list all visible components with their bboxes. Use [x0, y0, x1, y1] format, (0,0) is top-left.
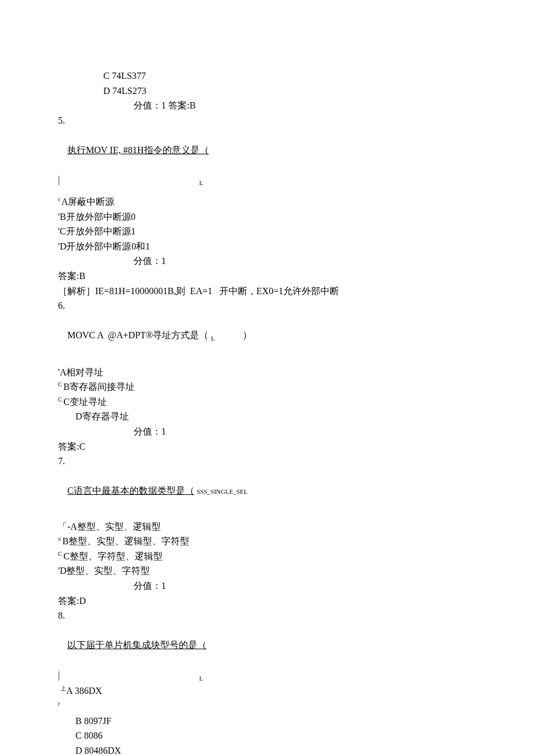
q7-option-a: 「-A整型、实型、逻辑型 — [58, 519, 505, 534]
q8-option-b: B 8097JF — [75, 714, 505, 729]
q8-number: 8. — [58, 608, 505, 623]
q5-analysis: ［解析］IE=81H=10000001B,则 EA=1 开中断，EX0=1允许外… — [58, 284, 505, 299]
q8-option-a-text: A 386DX — [66, 686, 102, 696]
q7-option-c: C C整型、字符型、逻辑型 — [58, 549, 505, 564]
q8-sub-marker: L — [199, 675, 203, 682]
q6-option-d: D寄存器寻址 — [75, 409, 505, 424]
q7-option-c-text: C整型、字符型、逻辑型 — [63, 551, 163, 561]
q6-answer: 答案:C — [58, 439, 505, 454]
q6-stem-a: MOVC A @A+DPT®寻址方式是（ — [67, 330, 209, 340]
q4-score-answer: 分值：1 答案:B — [134, 98, 505, 113]
q5-option-d: 'D开放外部中断源0和1 — [58, 239, 505, 254]
q6-option-b-text: B寄存器间接寻址 — [63, 382, 135, 392]
q6-circ-b: C — [58, 381, 63, 388]
q7-option-b: o B整型、实型、逻辑型、字符型 — [58, 534, 505, 549]
q6-circ-c: C — [58, 396, 63, 403]
q7-score: 分值：1 — [134, 578, 505, 594]
q5-stem-text: 执行MOV IE, #81H指令的意义是（ — [67, 145, 209, 155]
q5-option-a: r A屏蔽中断源 — [58, 194, 505, 209]
q8-option-a: 上A 386DX — [58, 683, 505, 699]
q5-option-b: 'B开放外部中断源0 — [58, 209, 505, 225]
q7-option-b-text: B整型、实型、逻辑型、字符型 — [63, 536, 190, 546]
q8-stem: 以下届于单片机集成块型号的是（ — [58, 623, 505, 668]
spacer — [58, 513, 505, 519]
q5-number: 5. — [58, 113, 505, 128]
q5-option-a-text: A屏蔽中断源 — [62, 197, 115, 207]
q8-option-d: D 80486DX — [75, 743, 505, 756]
q8-pre-b: r — [58, 699, 505, 714]
q7-circ-o: o — [58, 536, 63, 542]
document-page: C 74LS377 D 74LS273 分值：1 答案:B 5. 执行MOV I… — [0, 0, 534, 756]
q7-circ-c: C — [58, 550, 63, 556]
q6-option-c-text: C变址寻址 — [63, 397, 107, 407]
q5-sub-marker: L — [199, 179, 203, 186]
q8-option-c: C 8086 — [75, 728, 505, 743]
q7-stem-text: C语言中最基本的数据类型是（ — [67, 486, 194, 495]
q6-stem-c: ） — [243, 330, 252, 340]
spacer — [58, 189, 505, 194]
q7-answer: 答案:D — [58, 594, 505, 609]
q6-score: 分值：1 — [134, 424, 505, 439]
q7-number: 7. — [58, 454, 505, 469]
q8-stem-text: 以下届于单片机集成块型号的是（ — [67, 640, 207, 650]
q7-stem-tag: SSS_SINGLE_SEL — [197, 488, 248, 495]
q5-stem: 执行MOV IE, #81H指令的意义是（ — [58, 128, 505, 172]
q8-pre-b-text: r — [58, 700, 60, 707]
q6-stem: MOVC A @A+DPT®寻址方式是（ L） — [58, 313, 505, 359]
spacer — [58, 359, 505, 365]
q4-option-c: C 74LS377 — [103, 68, 505, 84]
q7-option-d: 'D整型、实型、字符型 — [58, 563, 505, 578]
q5-sub-row: |L — [58, 172, 505, 189]
q6-stem-b: L — [211, 335, 215, 342]
q6-option-c: C C变址寻址 — [58, 395, 505, 410]
q7-stem: C语言中最基本的数据类型是（ SSS_SINGLE_SEL — [58, 469, 505, 513]
q5-score: 分值：1 — [134, 254, 505, 269]
q8-pre-a: 上 — [60, 685, 66, 692]
q8-sub-row: |L — [58, 668, 505, 684]
q5-option-c: 'C开放外部中断源1 — [58, 224, 505, 239]
q4-option-d: D 74LS273 — [103, 84, 505, 99]
q6-option-b: C B寄存器间接寻址 — [58, 379, 505, 395]
q6-number: 6. — [58, 298, 505, 313]
q6-option-a: 'A相对寻址 — [58, 365, 505, 380]
q5-answer: 答案:B — [58, 269, 505, 284]
